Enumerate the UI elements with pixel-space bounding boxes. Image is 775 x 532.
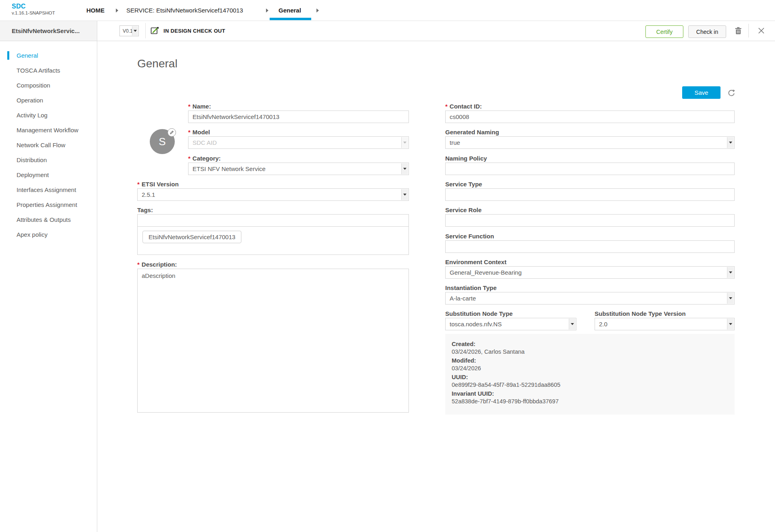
dropdown-arrow-icon: [727, 293, 734, 304]
tags-chip-area: EtsiNfvNetworkServicef1470013: [137, 227, 409, 255]
model-select[interactable]: SDC AID: [188, 136, 409, 149]
active-indicator: [7, 51, 9, 60]
modified-value: 03/24/2026: [452, 365, 735, 372]
model-field: * Model SDC AID: [188, 129, 409, 149]
tag-chip[interactable]: EtsiNfvNetworkServicef1470013: [142, 231, 241, 243]
naming-policy-field: Naming Policy: [445, 155, 735, 175]
substitution-node-type-label: Substitution Node Type: [445, 310, 576, 317]
name-input[interactable]: [188, 111, 409, 123]
tags-label: Tags:: [137, 207, 409, 213]
required-marker: *: [137, 261, 140, 268]
etsi-version-label: * ETSI Version: [137, 181, 409, 188]
description-field: * Description: aDescription: [137, 261, 409, 413]
save-button[interactable]: Save: [682, 86, 721, 99]
dropdown-arrow-icon: [569, 319, 576, 330]
service-function-label: Service Function: [445, 233, 735, 240]
service-function-field: Service Function: [445, 233, 735, 253]
etsi-version-field: * ETSI Version 2.5.1: [137, 181, 409, 201]
revert-icon[interactable]: [727, 88, 736, 97]
dropdown-arrow-icon: [401, 163, 408, 174]
instantiation-type-select[interactable]: A-la-carte: [445, 292, 735, 305]
sidebar-item-operation[interactable]: Operation: [0, 93, 97, 108]
environment-context-field: Environment Context General_Revenue-Bear…: [445, 259, 735, 279]
dropdown-arrow-icon: [727, 137, 734, 148]
modified-label: Modifed:: [452, 357, 735, 365]
service-toolbar: EtsiNfvNetworkServic... V0.1 IN DESIGN C…: [0, 21, 775, 41]
service-name-header: EtsiNfvNetworkServic...: [0, 21, 97, 41]
sidebar-item-activity-log[interactable]: Activity Log: [0, 108, 97, 123]
name-field: * Name:: [188, 103, 409, 123]
dropdown-arrow-icon: [727, 319, 734, 330]
tags-field: Tags: EtsiNfvNetworkServicef1470013: [137, 207, 409, 255]
tags-input[interactable]: [137, 214, 409, 227]
generated-naming-field: Generated Naming true: [445, 129, 735, 149]
generated-naming-label: Generated Naming: [445, 129, 735, 136]
active-tab-underline: [270, 18, 311, 20]
sidebar-item-tosca-artifacts[interactable]: TOSCA Artifacts: [0, 63, 97, 78]
breadcrumb-caret-icon: [316, 8, 319, 13]
substitution-node-type-version-select[interactable]: 2.0: [595, 318, 735, 330]
required-marker: *: [188, 155, 191, 162]
naming-policy-input[interactable]: [445, 163, 735, 175]
substitution-node-type-field: Substitution Node Type tosca.nodes.nfv.N…: [445, 310, 576, 330]
metadata-panel: Created: 03/24/2026, Carlos Santana Modi…: [445, 334, 735, 415]
category-label: * Category:: [188, 155, 409, 162]
model-label: * Model: [188, 129, 409, 136]
created-value: 03/24/2026, Carlos Santana: [452, 348, 735, 355]
sidebar-item-network-call-flow[interactable]: Network Call Flow: [0, 138, 97, 152]
sidebar-item-general[interactable]: General: [0, 48, 97, 63]
close-icon[interactable]: [758, 27, 765, 34]
generated-naming-select[interactable]: true: [445, 136, 735, 149]
required-marker: *: [137, 181, 140, 188]
contact-id-field: * Contact ID:: [445, 103, 735, 123]
version-select[interactable]: V0.1: [119, 25, 139, 36]
app-logo[interactable]: SDC v.1.16.1-SNAPSHOT: [12, 3, 55, 15]
top-header: SDC v.1.16.1-SNAPSHOT HOME SERVICE: Etsi…: [0, 0, 775, 21]
dropdown-arrow-icon: [401, 189, 408, 200]
certify-button[interactable]: Certify: [645, 25, 683, 38]
app-logo-text: SDC: [12, 3, 55, 10]
left-nav: General TOSCA Artifacts Composition Oper…: [0, 41, 97, 532]
edit-avatar-icon[interactable]: [168, 128, 176, 137]
environment-context-label: Environment Context: [445, 259, 735, 265]
app-version: v.1.16.1-SNAPSHOT: [12, 10, 55, 16]
description-textarea[interactable]: aDescription: [137, 269, 409, 413]
lifecycle-status-text: IN DESIGN CHECK OUT: [163, 28, 225, 34]
contact-id-label: * Contact ID:: [445, 103, 735, 110]
dropdown-arrow-icon: [132, 26, 138, 35]
created-label: Created:: [452, 340, 735, 348]
service-role-label: Service Role: [445, 207, 735, 213]
sidebar-item-deployment[interactable]: Deployment: [0, 167, 97, 182]
sidebar-item-management-workflow[interactable]: Management Workflow: [0, 123, 97, 138]
lifecycle-status: IN DESIGN CHECK OUT: [150, 21, 225, 41]
environment-context-select[interactable]: General_Revenue-Bearing: [445, 266, 735, 279]
sidebar-item-attributes-outputs[interactable]: Attributes & Outputs: [0, 212, 97, 227]
sidebar-item-interfaces-assignment[interactable]: Interfaces Assignment: [0, 182, 97, 197]
breadcrumb-service[interactable]: SERVICE: EtsiNfvNetworkServicef1470013: [126, 0, 243, 21]
breadcrumb-home[interactable]: HOME: [86, 0, 105, 21]
service-type-label: Service Type: [445, 181, 735, 188]
service-type-input[interactable]: [445, 188, 735, 201]
required-marker: *: [188, 103, 191, 110]
check-in-button[interactable]: Check in: [688, 25, 726, 38]
service-role-input[interactable]: [445, 214, 735, 227]
service-function-input[interactable]: [445, 240, 735, 253]
name-label: * Name:: [188, 103, 409, 110]
sidebar-item-apex-policy[interactable]: Apex policy: [0, 227, 97, 242]
required-marker: *: [445, 103, 448, 110]
sidebar-item-distribution[interactable]: Distribution: [0, 152, 97, 167]
required-marker: *: [188, 129, 191, 136]
toolbar-divider: [145, 23, 146, 38]
uuid-label: UUID:: [452, 373, 735, 381]
delete-icon[interactable]: [734, 26, 743, 35]
dropdown-arrow-icon: [727, 267, 734, 278]
avatar-letter: S: [159, 136, 165, 148]
naming-policy-label: Naming Policy: [445, 155, 735, 162]
substitution-node-type-select[interactable]: tosca.nodes.nfv.NS: [445, 318, 576, 330]
service-type-field: Service Type: [445, 181, 735, 201]
etsi-version-select[interactable]: 2.5.1: [137, 188, 409, 201]
contact-id-input[interactable]: [445, 111, 735, 123]
sidebar-item-properties-assignment[interactable]: Properties Assignment: [0, 197, 97, 212]
sidebar-item-composition[interactable]: Composition: [0, 78, 97, 93]
category-select[interactable]: ETSI NFV Network Service: [188, 163, 409, 175]
